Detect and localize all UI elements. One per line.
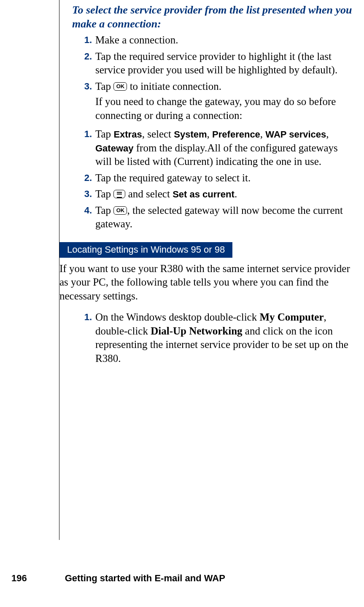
list-text: Tap the required gateway to select it. bbox=[95, 171, 354, 185]
list-number: 4. bbox=[81, 205, 92, 231]
list-text: Tap OK, the selected gateway will now be… bbox=[95, 204, 354, 231]
list-number: 1. bbox=[81, 34, 92, 47]
page-number: 196 bbox=[11, 573, 27, 584]
list-text: Tap OK to initiate connection. If you ne… bbox=[95, 80, 354, 123]
list-text: Tap the required service provider to hig… bbox=[95, 50, 354, 77]
text-fragment: to initiate connection. bbox=[127, 81, 221, 92]
list-item: 2. Tap the required gateway to select it… bbox=[95, 171, 354, 185]
intro-heading: To select the service provider from the … bbox=[72, 3, 354, 31]
menu-label-wap-services: WAP services bbox=[265, 129, 326, 140]
ok-icon: OK bbox=[113, 206, 127, 215]
page-footer: 196 Getting started with E-mail and WAP bbox=[11, 573, 225, 584]
list-item: 4. Tap OK, the selected gateway will now… bbox=[95, 204, 354, 231]
list-text: On the Windows desktop double-click My C… bbox=[95, 310, 354, 365]
page-content: To select the service provider from the … bbox=[59, 0, 354, 540]
list-text: Make a connection. bbox=[95, 33, 354, 47]
menu-label-set-as-current: Set as current bbox=[173, 189, 235, 200]
list-text: Tap Extras, select System, Preference, W… bbox=[95, 127, 354, 169]
menu-label-system: System bbox=[174, 129, 207, 140]
list-item: 3. Tap and select Set as current. bbox=[95, 187, 354, 201]
text-fragment: , bbox=[260, 128, 266, 140]
ok-icon: OK bbox=[113, 82, 127, 91]
list-number: 2. bbox=[81, 51, 92, 77]
text-fragment: and select bbox=[125, 188, 173, 200]
bold-dialup-networking: Dial-Up Networking bbox=[151, 325, 242, 337]
list-item: 3. Tap OK to initiate connection. If you… bbox=[95, 80, 354, 123]
section-intro-paragraph: If you want to use your R380 with the sa… bbox=[59, 262, 354, 303]
list-number: 2. bbox=[81, 172, 92, 185]
text-fragment: , bbox=[207, 128, 213, 140]
text-fragment: , bbox=[326, 128, 329, 140]
section-heading-row: Locating Settings in Windows 95 or 98 bbox=[72, 234, 354, 262]
text-fragment: Tap bbox=[95, 81, 113, 92]
list-number: 1. bbox=[81, 128, 92, 169]
list-item: 1. Tap Extras, select System, Preference… bbox=[95, 127, 354, 169]
list-number: 1. bbox=[81, 311, 92, 365]
procedure-list-b: 1. Tap Extras, select System, Preference… bbox=[72, 127, 354, 231]
menu-label-gateway: Gateway bbox=[95, 143, 134, 154]
procedure-list-c: 1. On the Windows desktop double-click M… bbox=[72, 310, 354, 365]
menu-icon bbox=[113, 190, 125, 198]
text-fragment: Tap bbox=[95, 188, 113, 200]
text-fragment: Tap bbox=[95, 128, 113, 140]
list-number: 3. bbox=[81, 188, 92, 201]
section-heading: Locating Settings in Windows 95 or 98 bbox=[59, 242, 232, 258]
list-text: Tap and select Set as current. bbox=[95, 187, 354, 201]
bold-my-computer: My Computer bbox=[259, 311, 324, 323]
menu-label-preference: Preference bbox=[212, 129, 260, 140]
text-fragment: , the selected gateway will now become t… bbox=[95, 205, 343, 230]
list-item: 1. On the Windows desktop double-click M… bbox=[95, 310, 354, 365]
procedure-list-a: 1. Make a connection. 2. Tap the require… bbox=[72, 33, 354, 122]
text-fragment: On the Windows desktop double-click bbox=[95, 311, 259, 323]
list-item: 2. Tap the required service provider to … bbox=[95, 50, 354, 77]
list-item: 1. Make a connection. bbox=[95, 33, 354, 47]
text-fragment: Tap bbox=[95, 205, 113, 216]
menu-label-extras: Extras bbox=[113, 129, 142, 140]
text-fragment: , select bbox=[142, 128, 174, 140]
text-fragment: . bbox=[235, 188, 237, 200]
list-number: 3. bbox=[81, 81, 92, 123]
footer-title: Getting started with E-mail and WAP bbox=[65, 573, 225, 584]
sub-text: If you need to change the gateway, you m… bbox=[95, 95, 354, 122]
